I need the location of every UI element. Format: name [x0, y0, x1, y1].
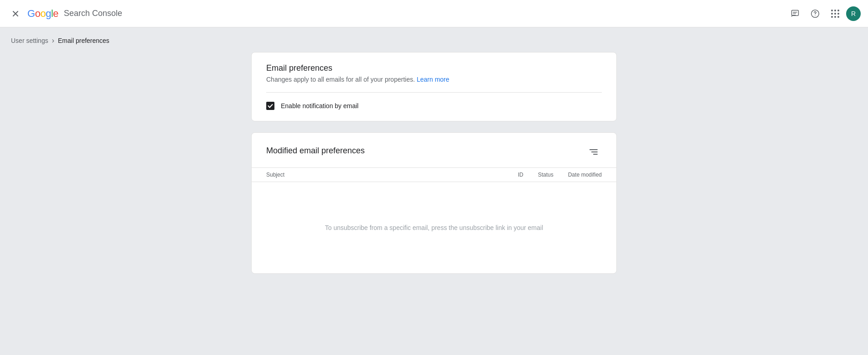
apps-grid-icon	[831, 10, 839, 18]
filter-button[interactable]	[585, 144, 602, 160]
app-header: Google Search Console	[0, 0, 868, 27]
modified-email-preferences-card: Modified email preferences Subject ID St…	[251, 132, 617, 274]
modified-card-title: Modified email preferences	[266, 146, 365, 156]
breadcrumb-separator: ›	[52, 37, 54, 45]
breadcrumb-parent[interactable]: User settings	[11, 37, 48, 44]
col-subject: Subject	[266, 172, 503, 178]
breadcrumb-current: Email preferences	[58, 37, 109, 44]
learn-more-link[interactable]: Learn more	[417, 76, 450, 83]
feedback-button[interactable]	[786, 5, 804, 23]
table-body: To unsubscribe from a specific email, pr…	[252, 182, 616, 273]
table-empty-message: To unsubscribe from a specific email, pr…	[325, 224, 543, 231]
card-title: Email preferences	[266, 63, 602, 73]
col-status: Status	[538, 172, 553, 178]
table-header: Subject ID Status Date modified	[252, 167, 616, 182]
main-content: Email preferences Changes apply to all e…	[240, 52, 628, 303]
col-id: ID	[518, 172, 523, 178]
modified-card-header: Modified email preferences	[252, 133, 616, 167]
checkbox-row: Enable notification by email	[252, 93, 616, 121]
header-left: Google Search Console	[7, 5, 786, 22]
close-button[interactable]	[7, 5, 24, 22]
header-right: R	[786, 5, 861, 23]
svg-rect-0	[792, 10, 799, 16]
google-logo: Google	[27, 8, 58, 20]
filter-icon	[589, 149, 598, 155]
avatar[interactable]: R	[846, 6, 861, 21]
app-name: Search Console	[64, 9, 122, 18]
card-subtitle: Changes apply to all emails for all of y…	[266, 76, 602, 83]
email-preferences-card: Email preferences Changes apply to all e…	[251, 52, 617, 121]
svg-point-4	[815, 15, 815, 16]
card-header: Email preferences Changes apply to all e…	[252, 52, 616, 92]
enable-notification-checkbox[interactable]	[266, 102, 274, 110]
col-date-modified: Date modified	[568, 172, 602, 178]
breadcrumb: User settings › Email preferences	[0, 27, 868, 52]
apps-button[interactable]	[826, 5, 844, 23]
card-subtitle-text: Changes apply to all emails for all of y…	[266, 76, 415, 83]
checkbox-label: Enable notification by email	[281, 102, 358, 110]
help-button[interactable]	[806, 5, 824, 23]
